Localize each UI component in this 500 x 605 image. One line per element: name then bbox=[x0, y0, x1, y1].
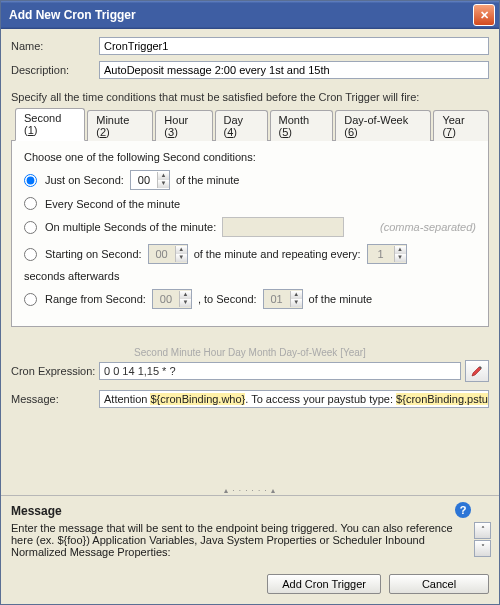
starting-spinner-1: 00▲▼ bbox=[148, 244, 188, 264]
tab-panel-second: Choose one of the following Second condi… bbox=[11, 141, 489, 327]
radio-just[interactable] bbox=[24, 174, 37, 187]
scroll-up-icon[interactable]: ˄ bbox=[474, 522, 491, 539]
tab-bar: Second (1)Minute (2)Hour (3)Day (4)Month… bbox=[11, 107, 489, 141]
radio-every[interactable] bbox=[24, 197, 37, 210]
scroll-down-icon[interactable]: ˅ bbox=[474, 540, 491, 557]
range-label-b: , to Second: bbox=[198, 293, 257, 305]
name-label: Name: bbox=[11, 40, 99, 52]
dialog-body: Name: Description: Specify all the time … bbox=[1, 29, 499, 495]
radio-range[interactable] bbox=[24, 293, 37, 306]
starting-label-a: Starting on Second: bbox=[45, 248, 142, 260]
instruction-text: Specify all the time conditions that mus… bbox=[11, 91, 489, 103]
multiple-input bbox=[222, 217, 344, 237]
expr-format-hint: Second Minute Hour Day Month Day-of-Week… bbox=[11, 347, 489, 358]
radio-starting[interactable] bbox=[24, 248, 37, 261]
tab-minute[interactable]: Minute (2) bbox=[87, 110, 153, 141]
title-bar: Add New Cron Trigger ✕ bbox=[1, 1, 499, 29]
splitter[interactable]: ▴ · · · · · · ▴ bbox=[11, 485, 489, 495]
message-input[interactable]: Attention ${cronBinding.who}. To access … bbox=[99, 390, 489, 408]
spin-up-icon: ▲ bbox=[157, 172, 169, 180]
tab-day[interactable]: Day (4) bbox=[215, 110, 268, 141]
dialog-window: Add New Cron Trigger ✕ Name: Description… bbox=[0, 0, 500, 605]
help-icon[interactable]: ? bbox=[455, 502, 471, 518]
tab-hour[interactable]: Hour (3) bbox=[155, 110, 212, 141]
multiple-label: On multiple Seconds of the minute: bbox=[45, 221, 216, 233]
spin-down-icon: ▼ bbox=[157, 180, 169, 188]
dialog-title: Add New Cron Trigger bbox=[9, 8, 473, 22]
tab-day-of-week[interactable]: Day-of-Week (6) bbox=[335, 110, 431, 141]
name-input[interactable] bbox=[99, 37, 489, 55]
choose-label: Choose one of the following Second condi… bbox=[24, 151, 476, 163]
tab-month[interactable]: Month (5) bbox=[270, 110, 334, 141]
description-input[interactable] bbox=[99, 61, 489, 79]
range-label-a: Range from Second: bbox=[45, 293, 146, 305]
help-title: Message bbox=[11, 504, 489, 518]
comma-hint: (comma-separated) bbox=[380, 221, 476, 233]
starting-spinner-2: 1▲▼ bbox=[367, 244, 407, 264]
starting-label-c: seconds afterwards bbox=[24, 270, 119, 282]
message-label: Message: bbox=[11, 393, 99, 405]
option-multiple[interactable]: On multiple Seconds of the minute: (comm… bbox=[24, 217, 476, 237]
help-scroll: ˄ ˅ bbox=[474, 522, 491, 557]
option-range[interactable]: Range from Second: 00▲▼ , to Second: 01▲… bbox=[24, 289, 476, 309]
just-label-b: of the minute bbox=[176, 174, 240, 186]
just-spinner[interactable]: 00▲▼ bbox=[130, 170, 170, 190]
cron-expr-input bbox=[99, 362, 461, 380]
edit-expression-button[interactable] bbox=[465, 360, 489, 382]
cancel-button[interactable]: Cancel bbox=[389, 574, 489, 594]
description-label: Description: bbox=[11, 64, 99, 76]
option-every[interactable]: Every Second of the minute bbox=[24, 197, 476, 210]
help-pane: ? ˄ ˅ Message Enter the message that wil… bbox=[1, 495, 499, 564]
tab-year[interactable]: Year (7) bbox=[433, 110, 489, 141]
every-label: Every Second of the minute bbox=[45, 198, 180, 210]
add-cron-trigger-button[interactable]: Add Cron Trigger bbox=[267, 574, 381, 594]
close-button[interactable]: ✕ bbox=[473, 4, 495, 26]
starting-label-b: of the minute and repeating every: bbox=[194, 248, 361, 260]
just-label-a: Just on Second: bbox=[45, 174, 124, 186]
tab-second[interactable]: Second (1) bbox=[15, 108, 85, 141]
option-just[interactable]: Just on Second: 00▲▼ of the minute bbox=[24, 170, 476, 190]
range-spinner-1: 00▲▼ bbox=[152, 289, 192, 309]
option-starting[interactable]: Starting on Second: 00▲▼ of the minute a… bbox=[24, 244, 476, 282]
radio-multiple[interactable] bbox=[24, 221, 37, 234]
help-body: Enter the message that will be sent to t… bbox=[11, 522, 489, 558]
range-spinner-2: 01▲▼ bbox=[263, 289, 303, 309]
button-bar: Add Cron Trigger Cancel bbox=[1, 564, 499, 604]
range-label-c: of the minute bbox=[309, 293, 373, 305]
pencil-icon bbox=[471, 365, 483, 377]
cron-expr-label: Cron Expression: bbox=[11, 365, 99, 377]
